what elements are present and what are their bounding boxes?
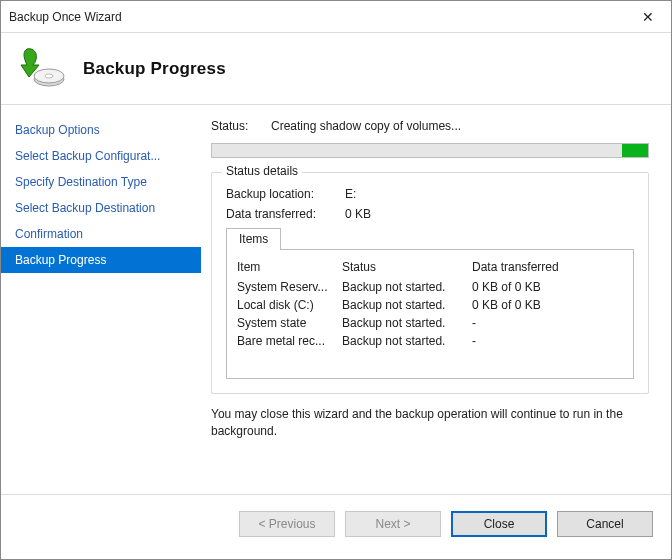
col-header-item[interactable]: Item [237, 260, 342, 274]
tab-items[interactable]: Items [226, 228, 281, 250]
status-label: Status: [211, 119, 257, 133]
sidebar-item-backup-options[interactable]: Backup Options [1, 117, 201, 143]
col-header-data[interactable]: Data transferred [472, 260, 623, 274]
cell-status: Backup not started. [342, 280, 472, 294]
status-value: Creating shadow copy of volumes... [271, 119, 461, 133]
cell-data: - [472, 316, 623, 330]
sidebar-item-destination-type[interactable]: Specify Destination Type [1, 169, 201, 195]
backup-location-value: E: [345, 187, 356, 201]
cell-status: Backup not started. [342, 316, 472, 330]
progress-fill [622, 144, 648, 157]
data-transferred-row: Data transferred: 0 KB [226, 207, 634, 221]
status-details-group: Status details Backup location: E: Data … [211, 172, 649, 394]
next-button: Next > [345, 511, 441, 537]
items-tabstrip: Items Item Status Data transferred Syste… [226, 227, 634, 379]
wizard-footer: < Previous Next > Close Cancel [1, 494, 671, 559]
cancel-button[interactable]: Cancel [557, 511, 653, 537]
backup-wizard-icon [19, 45, 67, 93]
sidebar-item-destination[interactable]: Select Backup Destination [1, 195, 201, 221]
wizard-header: Backup Progress [1, 33, 671, 105]
sidebar-item-confirmation[interactable]: Confirmation [1, 221, 201, 247]
cell-item: Bare metal rec... [237, 334, 342, 348]
page-title: Backup Progress [83, 59, 226, 79]
progress-bar [211, 143, 649, 158]
titlebar-close-button[interactable]: ✕ [625, 1, 671, 33]
titlebar: Backup Once Wizard ✕ [1, 1, 671, 33]
sidebar-item-select-config[interactable]: Select Backup Configurat... [1, 143, 201, 169]
col-header-status[interactable]: Status [342, 260, 472, 274]
table-row: System state Backup not started. - [237, 316, 623, 330]
window-title: Backup Once Wizard [9, 10, 122, 24]
cell-data: - [472, 334, 623, 348]
backup-location-row: Backup location: E: [226, 187, 634, 201]
cell-data: 0 KB of 0 KB [472, 280, 623, 294]
cell-item: System Reserv... [237, 280, 342, 294]
status-row: Status: Creating shadow copy of volumes.… [211, 119, 649, 133]
data-transferred-value: 0 KB [345, 207, 371, 221]
items-tab-content: Item Status Data transferred System Rese… [226, 249, 634, 379]
cell-status: Backup not started. [342, 298, 472, 312]
svg-point-2 [45, 74, 53, 78]
table-row: Bare metal rec... Backup not started. - [237, 334, 623, 348]
table-row: System Reserv... Backup not started. 0 K… [237, 280, 623, 294]
wizard-window: Backup Once Wizard ✕ Backup Progress Bac… [0, 0, 672, 560]
status-details-title: Status details [222, 164, 302, 178]
main-panel: Status: Creating shadow copy of volumes.… [201, 105, 671, 494]
wizard-body: Backup Options Select Backup Configurat.… [1, 105, 671, 494]
close-button[interactable]: Close [451, 511, 547, 537]
items-table-header: Item Status Data transferred [237, 260, 623, 274]
cell-data: 0 KB of 0 KB [472, 298, 623, 312]
table-row: Local disk (C:) Backup not started. 0 KB… [237, 298, 623, 312]
cell-status: Backup not started. [342, 334, 472, 348]
backup-location-label: Backup location: [226, 187, 341, 201]
close-icon: ✕ [642, 9, 654, 25]
data-transferred-label: Data transferred: [226, 207, 341, 221]
sidebar-item-backup-progress[interactable]: Backup Progress [1, 247, 201, 273]
cell-item: Local disk (C:) [237, 298, 342, 312]
close-hint-text: You may close this wizard and the backup… [211, 406, 649, 441]
cell-item: System state [237, 316, 342, 330]
wizard-steps-sidebar: Backup Options Select Backup Configurat.… [1, 105, 201, 494]
previous-button: < Previous [239, 511, 335, 537]
